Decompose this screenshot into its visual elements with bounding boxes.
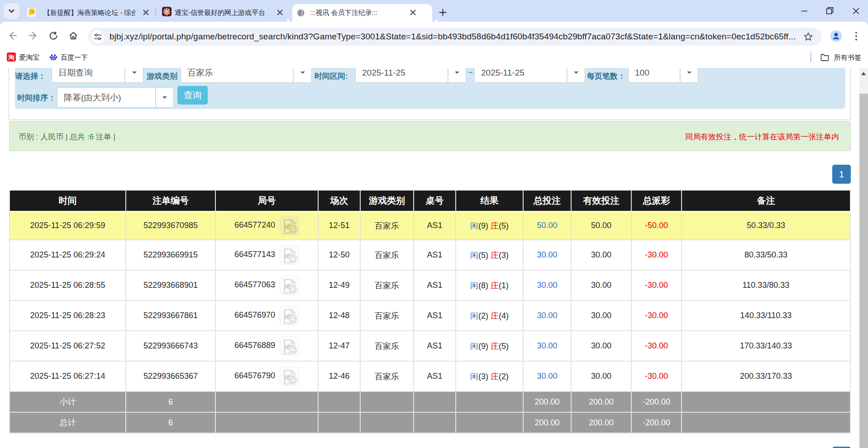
svg-text:淘: 淘 bbox=[8, 54, 14, 61]
svg-text:du: du bbox=[52, 57, 55, 60]
